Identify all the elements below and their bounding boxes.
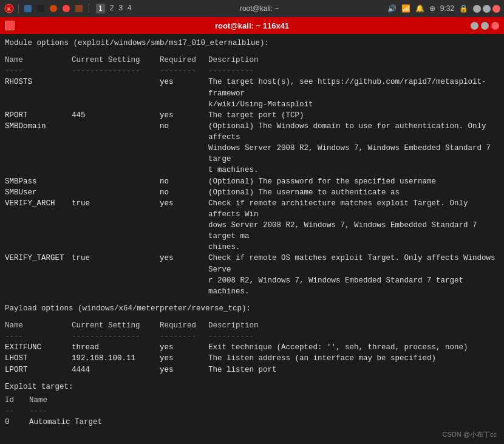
taskbar-icons: K [4,3,84,14]
payload-opt-name: LPORT [5,364,72,375]
term-close[interactable] [491,22,499,30]
opt-name: VERIFY_TARGET [5,253,72,297]
plus-icon[interactable]: ⊕ [429,4,435,13]
module-opt-row: SMBDomain no (Optional) The Windows doma… [5,121,499,176]
payload-header: Payload options (windows/x64/meterpreter… [5,303,499,314]
opt-desc: Check if remote architecture matches exp… [208,198,499,253]
opt-setting: true [72,198,160,253]
svg-rect-3 [37,5,44,12]
module-opt-row: VERIFY_ARCH true yes Check if remote arc… [5,198,499,253]
opt-req: yes [160,253,208,297]
payload-opt-req: yes [160,353,208,364]
taskbar-title: root@kali: ~ [134,4,385,13]
payload-col-req-header: Required [160,320,208,331]
app-icon-1[interactable] [22,3,33,14]
watermark: CSDN @小布丁cc [443,430,497,439]
payload-col-setting-header: Current Setting [72,320,160,331]
svg-text:K: K [7,6,11,12]
module-col-header-row: Name Current Setting Required Descriptio… [5,55,499,66]
payload-opt-req: yes [160,364,208,375]
opt-setting [72,176,160,187]
opt-req: no [160,187,208,198]
desktop-1[interactable]: 1 [96,4,105,13]
target-col-header-row: Id Name [5,395,499,406]
module-header: Module options (exploit/windows/smb/ms17… [5,38,499,49]
term-title: root@kali: ~ 116x41 [215,21,289,30]
payload-col-name-sep: ---- [5,331,72,342]
payload-opt-row: EXITFUNC thread yes Exit technique (Acce… [5,342,499,353]
payload-opt-desc: The listen address (an interface may be … [208,353,499,364]
target-name: Automatic Target [29,417,102,428]
target-id-sep: -- [5,406,29,417]
opt-req: no [160,176,208,187]
app-icon-2[interactable] [35,3,46,14]
opt-desc: (Optional) The Windows domain to use for… [208,121,499,176]
col-req-sep: -------- [160,66,208,77]
opt-name: VERIFY_ARCH [5,198,72,253]
target-row: 0 Automatic Target [5,417,499,428]
maximize-btn[interactable] [483,5,491,13]
target-id: 0 [5,417,29,428]
network-icon[interactable]: 📶 [401,4,410,13]
opt-setting: 445 [72,110,160,121]
col-setting-header: Current Setting [72,55,160,66]
opt-name: SMBPass [5,176,72,187]
payload-col-setting-sep: --------------- [72,331,160,342]
opt-desc: (Optional) The password for the specifie… [208,176,499,187]
opt-req: yes [160,77,208,109]
svg-rect-2 [24,5,32,12]
minimize-btn[interactable] [473,5,481,13]
col-name-sep: ---- [5,66,72,77]
opt-name: RHOSTS [5,77,72,109]
app-icon-5[interactable] [73,3,84,14]
module-opt-row: RHOSTS yes The target host(s), see https… [5,77,499,109]
desktop-3[interactable]: 3 [118,4,123,13]
opt-req: no [160,121,208,176]
desktop-nums: 1 2 3 4 [96,4,132,13]
opt-setting [72,187,160,198]
volume-icon[interactable]: 🔊 [387,4,397,13]
col-name-header: Name [5,55,72,66]
opt-desc: The target host(s), see https://github.c… [208,77,499,109]
term-win-btns [471,22,499,30]
desktop-4[interactable]: 4 [128,4,132,13]
opt-req: yes [160,110,208,121]
module-opt-row: SMBUser no (Optional) The username to au… [5,187,499,198]
terminal-body[interactable]: Module options (exploit/windows/smb/ms17… [0,34,504,444]
opt-setting: true [72,253,160,297]
app-icon-3[interactable] [48,3,59,14]
svg-rect-6 [75,5,83,12]
payload-opt-desc: The listen port [208,364,499,375]
payload-col-header-row: Name Current Setting Required Descriptio… [5,320,499,331]
term-minimize[interactable] [471,22,478,30]
desktop-2[interactable]: 2 [110,4,114,13]
module-opt-row: RPORT 445 yes The target port (TCP) [5,110,499,121]
opt-setting [72,121,160,176]
taskbar: K 1 2 3 4 root@kali: ~ 🔊 📶 🔔 ⊕ 9:32 🔒 [0,0,504,17]
opt-name: SMBDomain [5,121,72,176]
opt-desc: The target port (TCP) [208,110,499,121]
target-name-sep: ---- [29,406,47,417]
payload-col-name-header: Name [5,320,72,331]
term-icon [5,21,15,30]
close-btn[interactable] [492,5,500,13]
window-controls [473,5,500,13]
term-maximize[interactable] [481,22,489,30]
payload-opt-row: LHOST 192.168.100.11 yes The listen addr… [5,353,499,364]
opt-name: RPORT [5,110,72,121]
opt-name: SMBUser [5,187,72,198]
opt-setting [72,77,160,109]
svg-point-4 [50,5,57,12]
exploit-target-header: Exploit target: [5,381,499,392]
module-opt-row: SMBPass no (Optional) The password for t… [5,176,499,187]
payload-opt-row: LPORT 4444 yes The listen port [5,364,499,375]
term-titlebar: root@kali: ~ 116x41 [0,17,504,34]
bell-icon[interactable]: 🔔 [415,4,424,13]
col-req-header: Required [160,55,208,66]
lock-icon[interactable]: 🔒 [459,4,468,13]
app-icon-4[interactable] [61,3,72,14]
payload-opt-setting: 192.168.100.11 [72,353,160,364]
sep1 [18,4,19,13]
col-setting-sep: --------------- [72,66,160,77]
payload-options-table: EXITFUNC thread yes Exit technique (Acce… [5,342,499,375]
